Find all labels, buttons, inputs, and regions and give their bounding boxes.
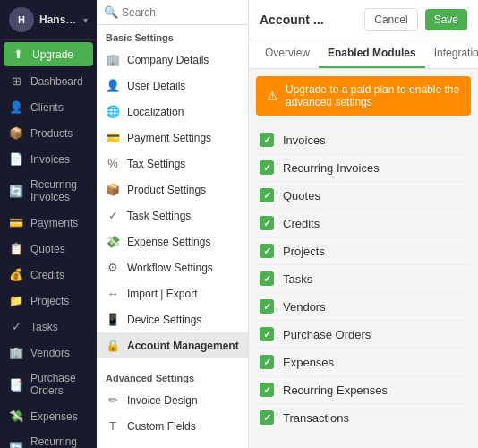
middle-item-label: Tax Settings [127, 158, 185, 170]
task-settings-icon: ✓ [106, 209, 120, 222]
tab-overview[interactable]: Overview [256, 39, 319, 68]
checkbox-projects[interactable] [260, 244, 274, 258]
sidebar-item-recurring-expenses[interactable]: 🔄 Recurring Expenses [0, 429, 97, 448]
module-label: Quotes [283, 189, 320, 202]
user-details-icon: 👤 [106, 79, 120, 92]
checkbox-recurring-expenses[interactable] [260, 383, 274, 397]
search-input[interactable] [122, 6, 249, 19]
dashboard-icon: ⊞ [9, 74, 23, 88]
module-label: Expenses [283, 356, 334, 369]
middle-item-device-settings[interactable]: 📱 Device Settings [97, 306, 248, 332]
sidebar: H Hans Van ... ▾ ⬆ Upgrade ⊞ Dashboard 👤… [0, 0, 97, 448]
middle-item-label: Company Details [127, 54, 209, 66]
payments-icon: 💳 [9, 216, 23, 229]
custom-fields-icon: T [106, 419, 120, 433]
middle-item-workflow-settings[interactable]: ⚙ Workflow Settings [97, 254, 248, 280]
tab-enabled-modules[interactable]: Enabled Modules [319, 39, 425, 68]
sidebar-item-tasks[interactable]: ✓ Tasks [0, 314, 97, 340]
sidebar-item-label: Invoices [30, 153, 70, 166]
middle-item-account-management[interactable]: 🔒 Account Management [97, 332, 248, 358]
sidebar-item-label: Payments [30, 217, 78, 229]
tasks-icon: ✓ [9, 320, 23, 333]
module-item-recurring-invoices: Recurring Invoices [256, 154, 471, 182]
middle-item-task-settings[interactable]: ✓ Task Settings [97, 202, 248, 228]
sidebar-item-dashboard[interactable]: ⊞ Dashboard [0, 68, 97, 94]
module-label: Projects [283, 245, 325, 258]
vendors-icon: 🏢 [9, 346, 23, 359]
checkbox-expenses[interactable] [260, 355, 274, 369]
sidebar-item-projects[interactable]: 📁 Projects [0, 288, 97, 314]
sidebar-item-upgrade[interactable]: ⬆ Upgrade [4, 42, 93, 66]
projects-icon: 📁 [9, 294, 23, 307]
module-item-purchase-orders: Purchase Orders [256, 321, 471, 349]
middle-item-import-export[interactable]: ↔ Import | Export [97, 280, 248, 306]
sidebar-item-label: Purchase Orders [30, 372, 88, 397]
checkbox-tasks[interactable] [260, 271, 274, 286]
checkbox-transactions[interactable] [260, 410, 274, 425]
checkbox-quotes[interactable] [260, 188, 274, 202]
middle-item-expense-settings[interactable]: 💸 Expense Settings [97, 228, 248, 254]
tax-settings-icon: % [106, 157, 120, 170]
sidebar-item-label: Quotes [30, 243, 65, 255]
sidebar-item-label: Clients [30, 101, 64, 114]
middle-item-localization[interactable]: 🌐 Localization [97, 99, 248, 125]
module-item-invoices: Invoices [256, 126, 471, 154]
middle-item-label: Invoice Design [127, 394, 198, 407]
middle-item-product-settings[interactable]: 📦 Product Settings [97, 177, 248, 202]
upgrade-icon: ⬆ [11, 47, 25, 61]
middle-item-label: Payment Settings [127, 132, 211, 144]
module-label: Vendors [283, 300, 326, 314]
upgrade-banner-text: Upgrade to a paid plan to enable the adv… [286, 83, 460, 108]
middle-item-company-details[interactable]: 🏢 Company Details [97, 47, 248, 73]
right-panel: Account ... Cancel Save Overview Enabled… [249, 0, 478, 448]
sidebar-item-invoices[interactable]: 📄 Invoices [0, 146, 97, 172]
clients-icon: 👤 [9, 100, 23, 114]
products-icon: 📦 [9, 126, 23, 140]
sidebar-item-label: Expenses [30, 410, 78, 423]
company-details-icon: 🏢 [106, 53, 120, 66]
expenses-icon: 💸 [9, 409, 23, 423]
sidebar-item-products[interactable]: 📦 Products [0, 120, 97, 146]
sidebar-header[interactable]: H Hans Van ... ▾ [0, 0, 97, 40]
sidebar-item-payments[interactable]: 💳 Payments [0, 210, 97, 236]
checkbox-recurring-invoices[interactable] [260, 160, 274, 175]
sidebar-item-label: Upgrade [32, 48, 73, 61]
tab-integrations[interactable]: Integrations [425, 39, 478, 68]
middle-item-tax-settings[interactable]: % Tax Settings [97, 151, 248, 177]
checkbox-purchase-orders[interactable] [260, 327, 274, 341]
save-button[interactable]: Save [425, 9, 467, 30]
import-export-icon: ↔ [106, 287, 120, 300]
invoice-design-icon: ✏ [106, 393, 120, 407]
middle-panel: 🔍 🕐 Basic Settings 🏢 Company Details 👤 U… [97, 0, 249, 448]
middle-item-invoice-design[interactable]: ✏ Invoice Design [97, 387, 248, 413]
module-label: Tasks [283, 272, 312, 286]
module-item-recurring-expenses: Recurring Expenses [256, 376, 471, 404]
sidebar-item-expenses[interactable]: 💸 Expenses [0, 403, 97, 429]
sidebar-item-clients[interactable]: 👤 Clients [0, 94, 97, 120]
middle-item-user-details[interactable]: 👤 User Details [97, 73, 248, 99]
module-label: Recurring Expenses [283, 383, 388, 397]
middle-item-generated-numbers[interactable]: ≡ Generated Numbers [97, 439, 248, 448]
middle-item-label: Task Settings [127, 210, 191, 222]
middle-item-label: Import | Export [127, 288, 197, 300]
sidebar-item-vendors[interactable]: 🏢 Vendors [0, 340, 97, 366]
credits-icon: 💰 [9, 268, 23, 281]
cancel-button[interactable]: Cancel [364, 8, 417, 31]
middle-item-label: Expense Settings [127, 236, 210, 248]
module-item-projects: Projects [256, 237, 471, 265]
middle-item-label: Custom Fields [127, 420, 196, 433]
recurring-expenses-icon: 🔄 [9, 442, 23, 449]
sidebar-item-credits[interactable]: 💰 Credits [0, 262, 97, 288]
sidebar-item-quotes[interactable]: 📋 Quotes [0, 236, 97, 262]
invoices-icon: 📄 [9, 152, 23, 166]
checkbox-invoices[interactable] [260, 133, 274, 147]
checkbox-credits[interactable] [260, 216, 274, 230]
middle-item-custom-fields[interactable]: T Custom Fields [97, 413, 248, 439]
module-label: Purchase Orders [283, 328, 371, 341]
middle-item-payment-settings[interactable]: 💳 Payment Settings [97, 125, 248, 151]
sidebar-item-recurring-invoices[interactable]: 🔄 Recurring Invoices [0, 172, 97, 210]
module-label: Recurring Invoices [283, 161, 380, 175]
checkbox-vendors[interactable] [260, 299, 274, 314]
module-item-vendors: Vendors [256, 293, 471, 321]
sidebar-item-purchase-orders[interactable]: 📑 Purchase Orders [0, 366, 97, 403]
